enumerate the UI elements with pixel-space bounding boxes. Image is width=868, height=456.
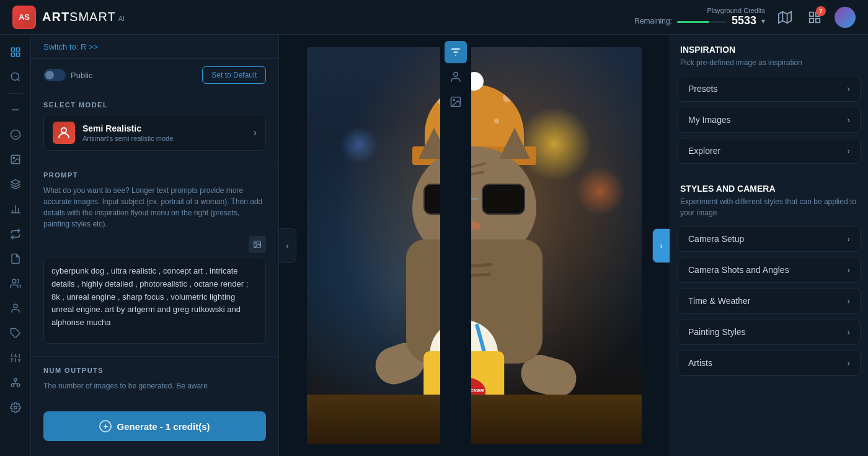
sidebar-icon-document[interactable]: [4, 248, 27, 270]
sidebar-icon-chart[interactable]: [4, 198, 27, 220]
switch-to-link[interactable]: Switch to: R >>: [43, 42, 98, 51]
svg-rect-3: [810, 12, 813, 16]
model-desc: Artsmart's semi realistic mode: [82, 135, 246, 142]
user-avatar[interactable]: [835, 7, 856, 28]
styles-desc: Experiment with different styles that ca…: [670, 196, 868, 226]
svg-point-39: [17, 384, 20, 387]
accordion-presets: Presets ›: [678, 76, 861, 102]
credits-remaining-label: Remaining:: [634, 17, 672, 25]
strip-icon-filter[interactable]: [445, 41, 467, 63]
credits-dropdown-chevron[interactable]: ▾: [761, 17, 765, 25]
sidebar-icon-image[interactable]: [4, 148, 27, 171]
svg-point-18: [13, 157, 14, 158]
svg-point-43: [61, 128, 66, 133]
sidebar-icon-layers[interactable]: [4, 173, 27, 195]
svg-point-24: [12, 279, 16, 283]
collapse-left-btn[interactable]: ‹: [279, 228, 296, 263]
prompt-image-btn[interactable]: [249, 236, 266, 253]
sidebar-icon-face[interactable]: [4, 123, 27, 146]
prompt-title: PROMPT: [43, 171, 266, 179]
accordion-painting-styles-label: Painting Styles: [688, 327, 746, 337]
strip-icon-person[interactable]: [445, 66, 467, 88]
sidebar-icon-puzzle[interactable]: [4, 322, 27, 344]
svg-rect-5: [810, 18, 813, 22]
icon-sidebar: [0, 35, 31, 456]
accordion-my-images-chevron: ›: [847, 115, 850, 125]
strip-icon-photo[interactable]: [445, 91, 467, 113]
accordion-presets-header[interactable]: Presets ›: [678, 76, 860, 101]
svg-point-49: [454, 73, 458, 77]
prompt-toolbar: [43, 236, 266, 253]
sidebar-icon-search[interactable]: [4, 66, 27, 88]
sidebar-icon-minus[interactable]: [4, 99, 27, 121]
prompt-section: PROMPT What do you want to see? Longer t…: [31, 161, 278, 356]
generate-label: Generate - 1 credit(s): [117, 421, 210, 432]
accordion-time-weather: Time & Weather ›: [678, 288, 861, 314]
cat-body-group: hbehSUCKER: [369, 84, 580, 444]
public-toggle[interactable]: [43, 69, 66, 81]
svg-rect-8: [16, 48, 19, 51]
logo-area: AS ARTSMART AI: [12, 6, 125, 29]
model-name: Semi Realistic: [82, 123, 246, 133]
sidebar-icon-sliders[interactable]: [4, 347, 27, 369]
prompt-description: What do you want to see? Longer text pro…: [43, 185, 266, 230]
accordion-painting-styles-header[interactable]: Painting Styles ›: [678, 320, 860, 344]
inspiration-desc: Pick pre-defined image as inspiration: [670, 57, 868, 76]
left-panel: Switch to: R >> Public Set to Default SE…: [31, 35, 279, 456]
svg-marker-0: [779, 11, 791, 22]
svg-marker-19: [11, 180, 20, 185]
svg-rect-6: [816, 18, 820, 22]
accordion-camera-shots: Camera Shots and Angles ›: [678, 257, 861, 283]
sidebar-icon-settings[interactable]: [4, 396, 27, 419]
model-section-title: SELECT MODEL: [43, 101, 266, 109]
accordion-artists-label: Artists: [688, 358, 712, 368]
collapse-right-btn[interactable]: ›: [652, 228, 670, 263]
svg-rect-10: [16, 53, 19, 56]
accordion-time-weather-header[interactable]: Time & Weather ›: [678, 288, 860, 313]
header-right: Playground Credits Remaining: 5533 ▾: [634, 7, 856, 28]
model-avatar: [53, 122, 75, 144]
sidebar-icon-grid[interactable]: [4, 41, 27, 63]
model-selector[interactable]: Semi Realistic Artsmart's semi realistic…: [43, 115, 266, 151]
accordion-painting-styles: Painting Styles ›: [678, 319, 861, 345]
accordion-camera-setup-header[interactable]: Camera Setup ›: [678, 226, 860, 251]
accordion-artists-header[interactable]: Artists ›: [678, 351, 860, 375]
toggle-wrap: Public: [43, 69, 195, 81]
right-panel: INSPIRATION Pick pre-defined image as in…: [670, 35, 868, 456]
generate-button[interactable]: + Generate - 1 credit(s): [43, 411, 266, 441]
svg-point-51: [453, 99, 455, 101]
credits-area: Playground Credits Remaining: 5533 ▾: [634, 7, 765, 27]
logo-text: ARTSMART AI: [42, 10, 125, 24]
accordion-my-images-header[interactable]: My Images ›: [678, 107, 860, 132]
accordion-explorer: Explorer ›: [678, 138, 861, 164]
right-strip: [440, 35, 471, 456]
accordion-explorer-header[interactable]: Explorer ›: [678, 138, 860, 163]
accordion-presets-label: Presets: [688, 84, 717, 94]
sidebar-icon-person[interactable]: [4, 297, 27, 320]
credits-bar: [677, 21, 727, 23]
toggle-knob: [45, 71, 54, 79]
credits-label: Playground Credits: [634, 7, 765, 14]
set-default-button[interactable]: Set to Default: [202, 66, 266, 84]
inspiration-title: INSPIRATION: [670, 35, 868, 57]
svg-point-36: [14, 378, 17, 382]
map-icon-btn[interactable]: [775, 7, 795, 27]
logo-icon: AS: [12, 6, 36, 29]
svg-point-42: [14, 406, 17, 409]
svg-rect-9: [11, 53, 14, 56]
logo-name: ARTSMART: [42, 10, 116, 24]
svg-point-11: [11, 73, 19, 80]
accordion-artists-chevron: ›: [847, 358, 850, 368]
center-area: ‹: [279, 35, 670, 456]
grid-icon-btn[interactable]: 7: [805, 7, 825, 27]
main-layout: Switch to: R >> Public Set to Default SE…: [0, 35, 868, 456]
sidebar-icon-group[interactable]: [4, 272, 27, 295]
num-outputs-desc: The number of images to be generated. Be…: [43, 380, 266, 391]
svg-point-38: [11, 384, 14, 387]
num-outputs-title: NUM OUTPUTS: [43, 367, 266, 374]
accordion-camera-shots-header[interactable]: Camera Shots and Angles ›: [678, 257, 860, 282]
sidebar-icon-network[interactable]: [4, 372, 27, 394]
prompt-input[interactable]: cyberpunk dog , ultra realistic , concep…: [43, 257, 266, 344]
accordion-my-images-label: My Images: [688, 115, 730, 125]
sidebar-icon-transfer[interactable]: [4, 223, 27, 245]
